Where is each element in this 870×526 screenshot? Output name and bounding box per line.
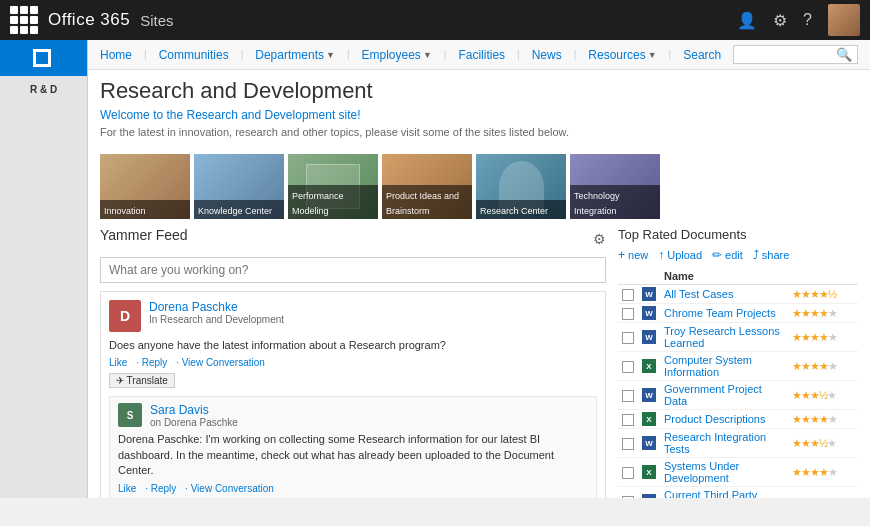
docs-actions: + new ↑ Upload ✏ edit ⤴ share <box>618 248 858 262</box>
settings-icon[interactable]: ⚙ <box>773 11 787 30</box>
upload-icon: ↑ <box>658 248 664 262</box>
doc-row-4: WGovernment Project Data★★★½★ <box>618 381 858 410</box>
doc-stars-8: ★★★★★ <box>788 487 858 499</box>
tile-technology[interactable]: Technology Integration <box>570 154 660 219</box>
nav-resources[interactable]: Resources ▼ <box>588 48 656 62</box>
post-reply-1[interactable]: Reply <box>142 357 168 368</box>
sidebar-logo[interactable] <box>0 40 87 76</box>
doc-type-icon-8: W <box>642 494 656 498</box>
tile-label-product: Product Ideas and Brainstorm <box>386 191 459 216</box>
doc-stars-5: ★★★★★ <box>788 410 858 429</box>
docs-section: Top Rated Documents + new ↑ Upload ✏ edi… <box>618 227 858 498</box>
doc-stars-1: ★★★★★ <box>788 304 858 323</box>
content-area: R & D Home | Communities | Departments ▼… <box>0 40 870 498</box>
search-input[interactable] <box>739 49 836 61</box>
doc-checkbox-4[interactable] <box>622 390 634 402</box>
avatar[interactable] <box>828 4 860 36</box>
tile-innovation[interactable]: Innovation <box>100 154 190 219</box>
col-icon <box>638 268 660 285</box>
page-subtitle: Welcome to the Research and Development … <box>100 108 858 122</box>
doc-type-icon-5: X <box>642 412 656 426</box>
reply-user-1[interactable]: Sara Davis <box>150 403 238 417</box>
top-bar-icons: 👤 ⚙ ? <box>737 4 860 36</box>
post-header-1: D Dorena Paschke In Research and Develop… <box>109 300 597 332</box>
post-actions-1: Like · Reply · View Conversation <box>109 357 597 368</box>
doc-name-5[interactable]: Product Descriptions <box>664 413 766 425</box>
doc-name-2[interactable]: Troy Research Lessons Learned <box>664 325 780 349</box>
nav-employees[interactable]: Employees ▼ <box>362 48 432 62</box>
doc-row-5: XProduct Descriptions★★★★★ <box>618 410 858 429</box>
sidebar-logo-icon <box>33 49 51 67</box>
employees-arrow: ▼ <box>423 50 432 60</box>
doc-stars-3: ★★★★★ <box>788 352 858 381</box>
post-view-1[interactable]: View Conversation <box>182 357 265 368</box>
doc-checkbox-3[interactable] <box>622 361 634 373</box>
post-like-1[interactable]: Like <box>109 357 127 368</box>
doc-stars-6: ★★★½★ <box>788 429 858 458</box>
doc-name-7[interactable]: Systems Under Development <box>664 460 739 484</box>
reply-header-1: S Sara Davis on Dorena Paschke <box>118 403 588 428</box>
doc-row-3: XComputer System Information★★★★★ <box>618 352 858 381</box>
doc-type-icon-2: W <box>642 330 656 344</box>
doc-type-icon-7: X <box>642 465 656 479</box>
doc-name-8[interactable]: Current Third Party Requests <box>664 489 757 498</box>
doc-name-6[interactable]: Research Integration Tests <box>664 431 766 455</box>
reply-text-1: Dorena Paschke: I'm working on collectin… <box>118 432 588 478</box>
nav-departments[interactable]: Departments ▼ <box>255 48 335 62</box>
doc-checkbox-2[interactable] <box>622 332 634 344</box>
docs-header: Top Rated Documents <box>618 227 858 242</box>
search-icon[interactable]: 🔍 <box>836 47 852 62</box>
doc-name-3[interactable]: Computer System Information <box>664 354 752 378</box>
post-avatar-1: D <box>109 300 141 332</box>
doc-name-4[interactable]: Government Project Data <box>664 383 762 407</box>
help-icon[interactable]: ? <box>803 11 812 29</box>
doc-stars-0: ★★★★½ <box>788 285 858 304</box>
tile-label-research: Research Center <box>480 206 548 216</box>
people-icon[interactable]: 👤 <box>737 11 757 30</box>
departments-arrow: ▼ <box>326 50 335 60</box>
doc-checkbox-6[interactable] <box>622 438 634 450</box>
docs-share-button[interactable]: ⤴ share <box>753 248 790 262</box>
doc-checkbox-7[interactable] <box>622 467 634 479</box>
yammer-gear-icon[interactable]: ⚙ <box>593 231 606 247</box>
doc-row-2: WTroy Research Lessons Learned★★★★★ <box>618 323 858 352</box>
doc-checkbox-5[interactable] <box>622 414 634 426</box>
doc-stars-2: ★★★★★ <box>788 323 858 352</box>
reply-like-1[interactable]: Like <box>118 483 136 494</box>
post-user-1[interactable]: Dorena Paschke <box>149 300 284 314</box>
top-bar: Office 365 Sites 👤 ⚙ ? <box>0 0 870 40</box>
tile-label-knowledge: Knowledge Center <box>198 206 272 216</box>
post-text-1: Does anyone have the latest information … <box>109 338 597 353</box>
doc-name-1[interactable]: Chrome Team Projects <box>664 307 776 319</box>
doc-name-0[interactable]: All Test Cases <box>664 288 734 300</box>
nav-home[interactable]: Home <box>100 48 132 62</box>
reply-reply-1[interactable]: Reply <box>151 483 177 494</box>
tile-performance[interactable]: Performance Modeling <box>288 154 378 219</box>
doc-checkbox-1[interactable] <box>622 308 634 320</box>
yammer-text-input[interactable] <box>100 257 606 283</box>
search-bar: 🔍 <box>733 45 858 64</box>
translate-button[interactable]: ✈ Translate <box>109 373 175 388</box>
doc-stars-7: ★★★★★ <box>788 458 858 487</box>
nav-news[interactable]: News <box>532 48 562 62</box>
yammer-post-1: D Dorena Paschke In Research and Develop… <box>100 291 606 498</box>
yammer-header: Yammer Feed <box>100 227 188 243</box>
nav-facilities[interactable]: Facilities <box>458 48 505 62</box>
sites-label: Sites <box>140 12 173 29</box>
nav-communities[interactable]: Communities <box>159 48 229 62</box>
docs-upload-button[interactable]: ↑ Upload <box>658 248 702 262</box>
docs-table: Name WAll Test Cases★★★★½WChrome Team Pr… <box>618 268 858 498</box>
page-header: Research and Development <box>88 70 870 108</box>
app-grid-icon[interactable] <box>10 6 38 34</box>
doc-checkbox-8[interactable] <box>622 496 634 498</box>
doc-checkbox-0[interactable] <box>622 289 634 301</box>
tile-knowledge[interactable]: Knowledge Center <box>194 154 284 219</box>
tile-label-performance: Performance Modeling <box>292 191 344 216</box>
reply-view-1[interactable]: View Conversation <box>191 483 274 494</box>
col-name: Name <box>660 268 788 285</box>
tile-research[interactable]: Research Center <box>476 154 566 219</box>
tile-product[interactable]: Product Ideas and Brainstorm <box>382 154 472 219</box>
docs-edit-button[interactable]: ✏ edit <box>712 248 743 262</box>
docs-new-button[interactable]: + new <box>618 248 648 262</box>
nav-search[interactable]: Search <box>683 48 721 62</box>
